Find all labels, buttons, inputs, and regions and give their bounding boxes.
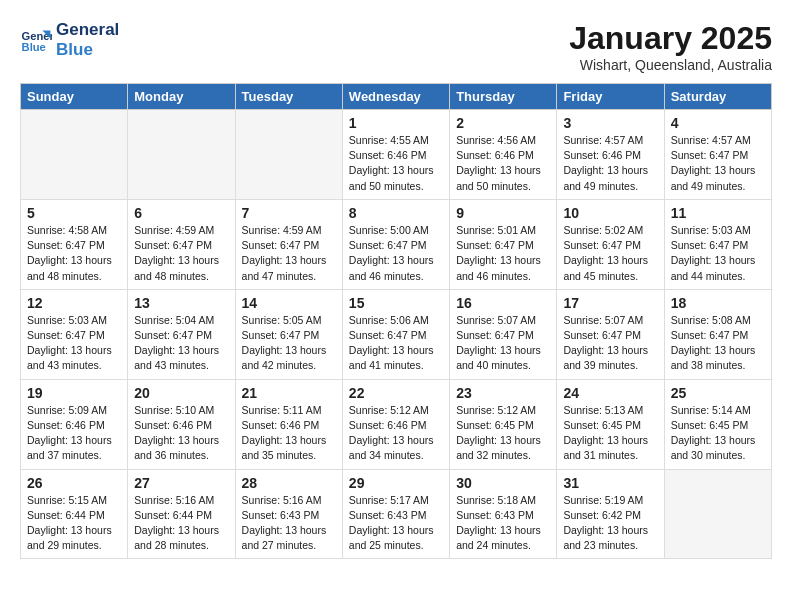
- day-cell: 9Sunrise: 5:01 AM Sunset: 6:47 PM Daylig…: [450, 199, 557, 289]
- day-info: Sunrise: 5:07 AM Sunset: 6:47 PM Dayligh…: [563, 313, 657, 374]
- day-info: Sunrise: 5:09 AM Sunset: 6:46 PM Dayligh…: [27, 403, 121, 464]
- day-info: Sunrise: 4:59 AM Sunset: 6:47 PM Dayligh…: [134, 223, 228, 284]
- title-area: January 2025 Wishart, Queensland, Austra…: [569, 20, 772, 73]
- day-number: 30: [456, 475, 550, 491]
- logo-icon: General Blue: [20, 24, 52, 56]
- day-info: Sunrise: 5:14 AM Sunset: 6:45 PM Dayligh…: [671, 403, 765, 464]
- day-cell: 11Sunrise: 5:03 AM Sunset: 6:47 PM Dayli…: [664, 199, 771, 289]
- day-cell: 10Sunrise: 5:02 AM Sunset: 6:47 PM Dayli…: [557, 199, 664, 289]
- day-number: 29: [349, 475, 443, 491]
- weekday-header-monday: Monday: [128, 84, 235, 110]
- day-number: 3: [563, 115, 657, 131]
- day-info: Sunrise: 5:00 AM Sunset: 6:47 PM Dayligh…: [349, 223, 443, 284]
- day-cell: [21, 110, 128, 200]
- day-number: 24: [563, 385, 657, 401]
- day-number: 18: [671, 295, 765, 311]
- day-info: Sunrise: 5:07 AM Sunset: 6:47 PM Dayligh…: [456, 313, 550, 374]
- day-info: Sunrise: 5:01 AM Sunset: 6:47 PM Dayligh…: [456, 223, 550, 284]
- day-info: Sunrise: 4:58 AM Sunset: 6:47 PM Dayligh…: [27, 223, 121, 284]
- day-cell: 30Sunrise: 5:18 AM Sunset: 6:43 PM Dayli…: [450, 469, 557, 559]
- week-row-1: 1Sunrise: 4:55 AM Sunset: 6:46 PM Daylig…: [21, 110, 772, 200]
- day-info: Sunrise: 5:19 AM Sunset: 6:42 PM Dayligh…: [563, 493, 657, 554]
- month-title: January 2025: [569, 20, 772, 57]
- day-number: 4: [671, 115, 765, 131]
- logo-general: General: [56, 20, 119, 40]
- calendar-table: SundayMondayTuesdayWednesdayThursdayFrid…: [20, 83, 772, 559]
- week-row-3: 12Sunrise: 5:03 AM Sunset: 6:47 PM Dayli…: [21, 289, 772, 379]
- svg-text:Blue: Blue: [22, 42, 46, 54]
- day-cell: 18Sunrise: 5:08 AM Sunset: 6:47 PM Dayli…: [664, 289, 771, 379]
- day-number: 6: [134, 205, 228, 221]
- day-number: 10: [563, 205, 657, 221]
- weekday-header-friday: Friday: [557, 84, 664, 110]
- day-number: 19: [27, 385, 121, 401]
- day-number: 20: [134, 385, 228, 401]
- day-cell: 27Sunrise: 5:16 AM Sunset: 6:44 PM Dayli…: [128, 469, 235, 559]
- day-info: Sunrise: 5:06 AM Sunset: 6:47 PM Dayligh…: [349, 313, 443, 374]
- day-cell: 14Sunrise: 5:05 AM Sunset: 6:47 PM Dayli…: [235, 289, 342, 379]
- day-cell: 6Sunrise: 4:59 AM Sunset: 6:47 PM Daylig…: [128, 199, 235, 289]
- day-number: 26: [27, 475, 121, 491]
- weekday-header-wednesday: Wednesday: [342, 84, 449, 110]
- day-cell: 31Sunrise: 5:19 AM Sunset: 6:42 PM Dayli…: [557, 469, 664, 559]
- day-info: Sunrise: 5:12 AM Sunset: 6:45 PM Dayligh…: [456, 403, 550, 464]
- day-info: Sunrise: 5:02 AM Sunset: 6:47 PM Dayligh…: [563, 223, 657, 284]
- day-number: 8: [349, 205, 443, 221]
- location: Wishart, Queensland, Australia: [569, 57, 772, 73]
- header: General Blue General Blue January 2025 W…: [20, 20, 772, 73]
- weekday-header-tuesday: Tuesday: [235, 84, 342, 110]
- week-row-2: 5Sunrise: 4:58 AM Sunset: 6:47 PM Daylig…: [21, 199, 772, 289]
- day-info: Sunrise: 5:03 AM Sunset: 6:47 PM Dayligh…: [27, 313, 121, 374]
- day-info: Sunrise: 4:57 AM Sunset: 6:46 PM Dayligh…: [563, 133, 657, 194]
- day-info: Sunrise: 5:12 AM Sunset: 6:46 PM Dayligh…: [349, 403, 443, 464]
- weekday-header-saturday: Saturday: [664, 84, 771, 110]
- logo-blue: Blue: [56, 40, 119, 60]
- day-number: 17: [563, 295, 657, 311]
- weekday-header-thursday: Thursday: [450, 84, 557, 110]
- day-number: 15: [349, 295, 443, 311]
- day-cell: 2Sunrise: 4:56 AM Sunset: 6:46 PM Daylig…: [450, 110, 557, 200]
- day-cell: 24Sunrise: 5:13 AM Sunset: 6:45 PM Dayli…: [557, 379, 664, 469]
- day-number: 5: [27, 205, 121, 221]
- day-cell: 22Sunrise: 5:12 AM Sunset: 6:46 PM Dayli…: [342, 379, 449, 469]
- day-info: Sunrise: 5:03 AM Sunset: 6:47 PM Dayligh…: [671, 223, 765, 284]
- day-cell: 4Sunrise: 4:57 AM Sunset: 6:47 PM Daylig…: [664, 110, 771, 200]
- day-info: Sunrise: 5:15 AM Sunset: 6:44 PM Dayligh…: [27, 493, 121, 554]
- day-cell: 1Sunrise: 4:55 AM Sunset: 6:46 PM Daylig…: [342, 110, 449, 200]
- day-number: 21: [242, 385, 336, 401]
- day-info: Sunrise: 5:16 AM Sunset: 6:43 PM Dayligh…: [242, 493, 336, 554]
- weekday-header-sunday: Sunday: [21, 84, 128, 110]
- day-info: Sunrise: 5:04 AM Sunset: 6:47 PM Dayligh…: [134, 313, 228, 374]
- day-info: Sunrise: 5:13 AM Sunset: 6:45 PM Dayligh…: [563, 403, 657, 464]
- day-number: 16: [456, 295, 550, 311]
- day-info: Sunrise: 5:11 AM Sunset: 6:46 PM Dayligh…: [242, 403, 336, 464]
- day-number: 13: [134, 295, 228, 311]
- day-cell: 19Sunrise: 5:09 AM Sunset: 6:46 PM Dayli…: [21, 379, 128, 469]
- day-info: Sunrise: 4:55 AM Sunset: 6:46 PM Dayligh…: [349, 133, 443, 194]
- day-cell: [235, 110, 342, 200]
- day-number: 23: [456, 385, 550, 401]
- day-cell: 28Sunrise: 5:16 AM Sunset: 6:43 PM Dayli…: [235, 469, 342, 559]
- day-info: Sunrise: 4:57 AM Sunset: 6:47 PM Dayligh…: [671, 133, 765, 194]
- day-number: 11: [671, 205, 765, 221]
- day-cell: 16Sunrise: 5:07 AM Sunset: 6:47 PM Dayli…: [450, 289, 557, 379]
- day-cell: 25Sunrise: 5:14 AM Sunset: 6:45 PM Dayli…: [664, 379, 771, 469]
- day-info: Sunrise: 4:56 AM Sunset: 6:46 PM Dayligh…: [456, 133, 550, 194]
- day-info: Sunrise: 5:18 AM Sunset: 6:43 PM Dayligh…: [456, 493, 550, 554]
- day-cell: 5Sunrise: 4:58 AM Sunset: 6:47 PM Daylig…: [21, 199, 128, 289]
- day-info: Sunrise: 4:59 AM Sunset: 6:47 PM Dayligh…: [242, 223, 336, 284]
- day-info: Sunrise: 5:05 AM Sunset: 6:47 PM Dayligh…: [242, 313, 336, 374]
- logo: General Blue General Blue: [20, 20, 119, 61]
- day-info: Sunrise: 5:17 AM Sunset: 6:43 PM Dayligh…: [349, 493, 443, 554]
- day-cell: 8Sunrise: 5:00 AM Sunset: 6:47 PM Daylig…: [342, 199, 449, 289]
- day-number: 25: [671, 385, 765, 401]
- weekday-header-row: SundayMondayTuesdayWednesdayThursdayFrid…: [21, 84, 772, 110]
- day-cell: 29Sunrise: 5:17 AM Sunset: 6:43 PM Dayli…: [342, 469, 449, 559]
- day-cell: 21Sunrise: 5:11 AM Sunset: 6:46 PM Dayli…: [235, 379, 342, 469]
- calendar-page: General Blue General Blue January 2025 W…: [0, 0, 792, 569]
- day-cell: 26Sunrise: 5:15 AM Sunset: 6:44 PM Dayli…: [21, 469, 128, 559]
- day-number: 1: [349, 115, 443, 131]
- day-info: Sunrise: 5:10 AM Sunset: 6:46 PM Dayligh…: [134, 403, 228, 464]
- day-number: 28: [242, 475, 336, 491]
- day-number: 2: [456, 115, 550, 131]
